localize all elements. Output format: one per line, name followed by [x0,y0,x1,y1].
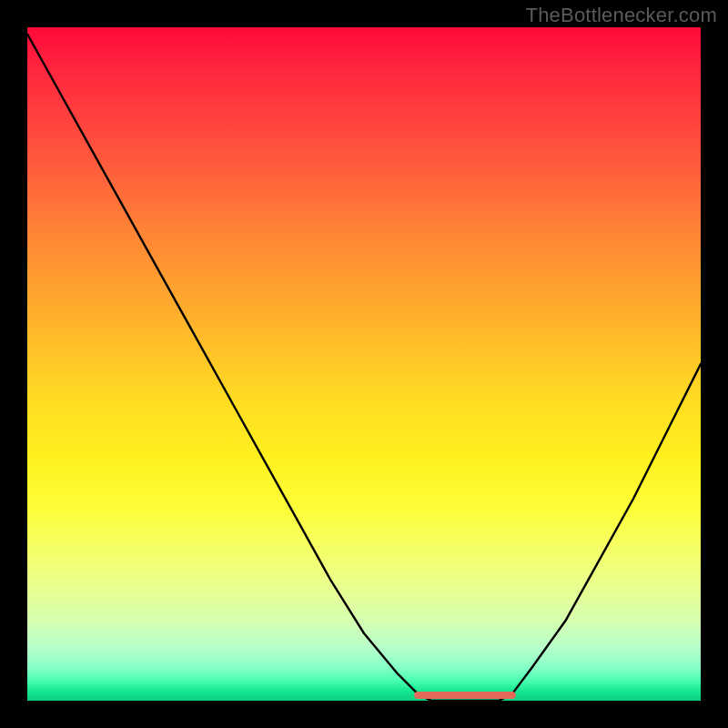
series-line [27,34,701,701]
chart-frame: TheBottlenecker.com [0,0,728,728]
plot-area [27,27,701,701]
watermark-text: TheBottlenecker.com [526,4,717,27]
chart-svg [27,27,701,701]
